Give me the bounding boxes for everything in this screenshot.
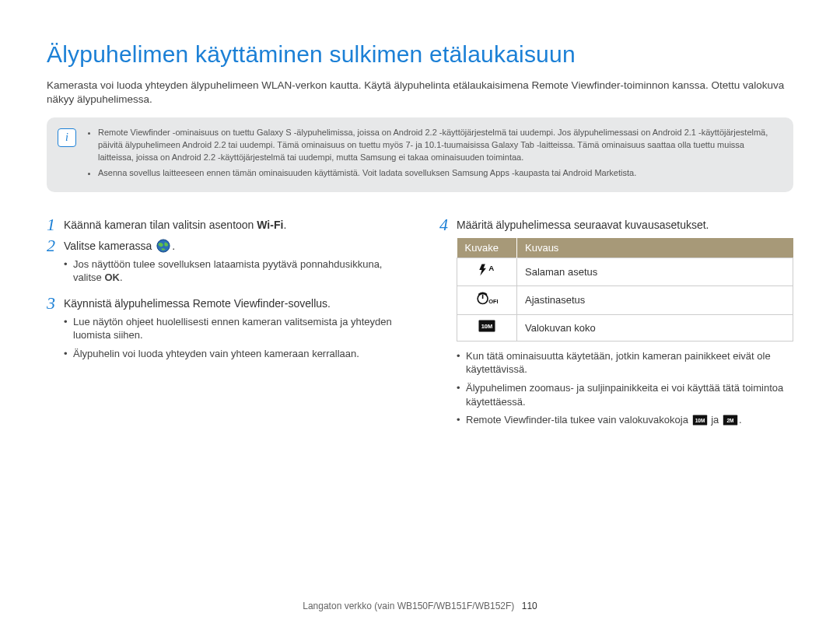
settings-table: Kuvake Kuvaus A: [457, 238, 793, 342]
step-tail: .: [172, 240, 175, 252]
intro-text: Kamerasta voi luoda yhteyden älypuhelime…: [47, 79, 793, 107]
post-text: .: [739, 414, 742, 426]
page-footer: Langaton verkko (vain WB150F/WB151F/WB15…: [0, 600, 840, 612]
footer-text: Langaton verkko (vain WB150F/WB151F/WB15…: [303, 601, 514, 611]
svg-text:OFF: OFF: [488, 298, 498, 305]
page-number: 110: [522, 601, 537, 611]
note-box: i Remote Viewfinder -ominaisuus on tuett…: [47, 117, 793, 192]
step-number: 1: [47, 215, 64, 233]
table-row: OFF Ajastinasetus: [457, 285, 793, 315]
svg-text:A: A: [488, 264, 494, 272]
cell-desc: Salaman asetus: [517, 258, 793, 286]
wifi-label: Wi-Fi: [257, 219, 283, 231]
info-icon: i: [58, 128, 76, 147]
th-desc: Kuvaus: [517, 238, 793, 258]
step-text: Käynnistä älypuhelimessa Remote Viewfind…: [64, 294, 401, 311]
photo-size-10m-icon: 10M: [478, 320, 495, 336]
post-item: Älypuhelimen zoomaus- ja suljinpainikkei…: [457, 381, 793, 408]
post-text: Remote Viewfinder-tila tukee vain valoku…: [466, 414, 691, 426]
page-title: Älypuhelimen käyttäminen sulkimen etälau…: [47, 39, 793, 71]
ok-label: OK: [104, 271, 120, 283]
table-row: 10M Valokuvan koko: [457, 315, 793, 342]
flash-icon: A: [477, 263, 497, 281]
cell-desc: Valokuvan koko: [517, 315, 793, 342]
post-text: ja: [709, 414, 722, 426]
post-item: Kun tätä ominaisuutta käytetään, jotkin …: [457, 349, 793, 377]
note-item: Asenna sovellus laitteeseen ennen tämän …: [98, 167, 781, 180]
step-2: 2 Valitse kamerassa .: [47, 236, 401, 254]
step-1: 1 Käännä kameran tilan valitsin asentoon…: [47, 215, 401, 233]
cell-desc: Ajastinasetus: [517, 285, 793, 315]
step-number: 4: [439, 215, 457, 233]
sub-item: Jos näyttöön tulee sovelluksen lataamist…: [64, 257, 401, 285]
step-number: 3: [47, 294, 64, 312]
sub-tail: .: [120, 271, 123, 283]
step-text: Käännä kameran tilan valitsin asentoon: [64, 219, 254, 231]
photo-size-2m-icon: 2M: [723, 415, 738, 429]
th-icon: Kuvake: [457, 238, 517, 258]
sub-item: Älypuhelin voi luoda yhteyden vain yhtee…: [64, 347, 401, 361]
post-item: Remote Viewfinder-tila tukee vain valoku…: [457, 413, 793, 429]
step-3: 3 Käynnistä älypuhelimessa Remote Viewfi…: [47, 294, 401, 312]
left-column: 1 Käännä kameran tilan valitsin asentoon…: [47, 215, 401, 439]
right-column: 4 Määritä älypuhelimessa seuraavat kuvau…: [439, 215, 793, 439]
step-text: Määritä älypuhelimessa seuraavat kuvausa…: [457, 215, 793, 233]
svg-text:2M: 2M: [726, 418, 734, 423]
photo-size-10m-icon: 10M: [692, 415, 708, 429]
step-tail: .: [283, 219, 286, 231]
svg-text:10M: 10M: [695, 418, 705, 423]
step-4: 4 Määritä älypuhelimessa seuraavat kuvau…: [439, 215, 793, 233]
timer-off-icon: OFF: [476, 291, 498, 310]
sub-item: Lue näytön ohjeet huolellisesti ennen ka…: [64, 315, 401, 342]
svg-text:10M: 10M: [481, 323, 493, 330]
step-text: Valitse kamerassa: [64, 240, 152, 252]
step-number: 2: [47, 236, 64, 254]
note-item: Remote Viewfinder -ominaisuus on tuettu …: [98, 127, 781, 164]
table-row: A Salaman asetus: [457, 258, 793, 286]
globe-icon: [156, 239, 170, 253]
